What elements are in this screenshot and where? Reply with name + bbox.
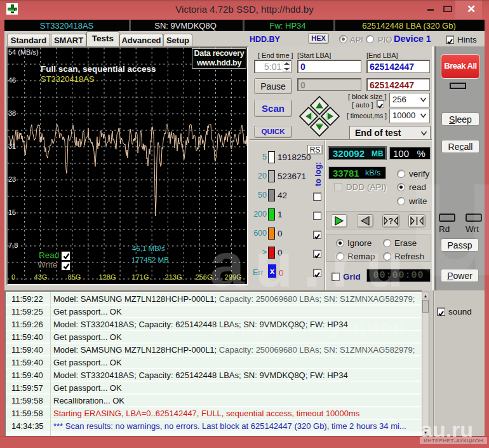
svg-text:?: ?: [389, 217, 393, 226]
